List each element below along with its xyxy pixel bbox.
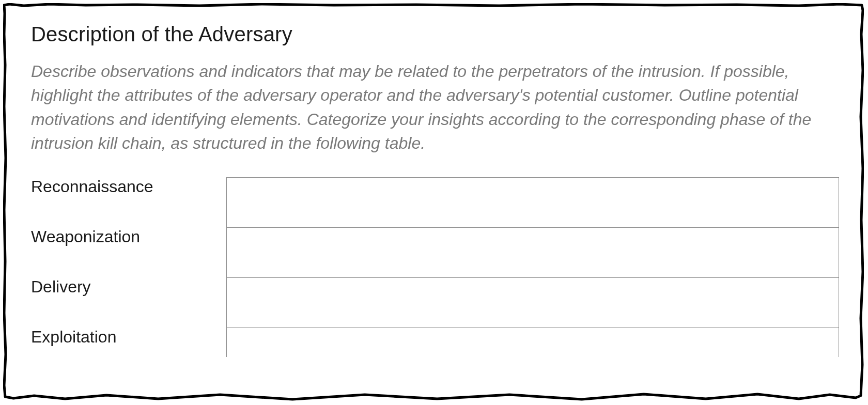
section-instructions: Describe observations and indicators tha… xyxy=(31,59,839,155)
phase-cell-reconnaissance[interactable] xyxy=(227,177,839,227)
phase-label-delivery: Delivery xyxy=(31,277,227,328)
document-content: Description of the Adversary Describe ob… xyxy=(3,3,864,357)
table-row: Reconnaissance xyxy=(31,177,839,227)
section-title: Description of the Adversary xyxy=(31,23,839,46)
phase-label-weaponization: Weaponization xyxy=(31,227,227,277)
table-row: Weaponization xyxy=(31,227,839,277)
phase-label-reconnaissance: Reconnaissance xyxy=(31,177,227,227)
killchain-table: Reconnaissance Weaponization Delivery Ex… xyxy=(31,177,839,357)
phase-cell-delivery[interactable] xyxy=(227,277,839,328)
phase-cell-exploitation[interactable] xyxy=(227,328,839,357)
phase-label-exploitation: Exploitation xyxy=(31,328,227,357)
phase-cell-weaponization[interactable] xyxy=(227,227,839,277)
document-frame: Description of the Adversary Describe ob… xyxy=(3,3,864,401)
table-row: Delivery xyxy=(31,277,839,328)
table-row: Exploitation xyxy=(31,328,839,357)
